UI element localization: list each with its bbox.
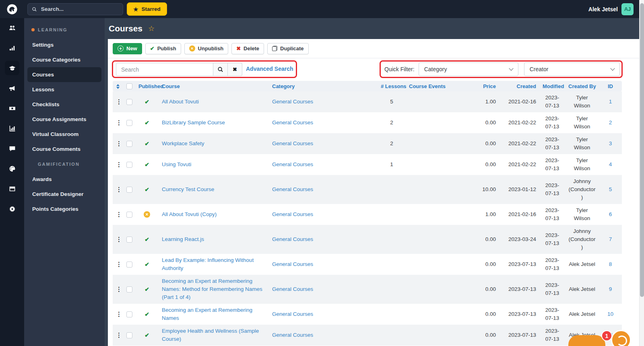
table-search-input[interactable] — [116, 63, 213, 76]
star-outline-icon[interactable]: ☆ — [148, 24, 155, 33]
category-link[interactable]: General Courses — [272, 186, 313, 192]
sidebar-item-settings[interactable]: Settings — [27, 37, 101, 52]
table-row[interactable]: ⋮ ✔ Currency Test Course General Courses… — [113, 175, 622, 204]
media-icon[interactable] — [5, 101, 19, 115]
course-link[interactable]: Lead By Example: Influencing Without Aut… — [162, 257, 254, 271]
theme-palette-icon[interactable] — [5, 161, 19, 176]
table-row[interactable]: ⋮ ✔ Becoming an Expert at Remembering Na… — [113, 304, 622, 325]
pages-window-icon[interactable] — [5, 181, 19, 196]
category-link[interactable]: General Courses — [272, 332, 313, 338]
sidebar-item-courses[interactable]: Courses — [27, 67, 101, 82]
user-name[interactable]: Alek Jetsel — [588, 6, 618, 12]
analytics-icon[interactable] — [5, 41, 19, 55]
people-icon[interactable] — [5, 21, 19, 35]
course-id-link[interactable]: 7 — [609, 236, 612, 242]
sort-icon[interactable] — [116, 84, 120, 89]
table-row[interactable]: ⋮ ✔ Employee Health and Wellness (Sample… — [113, 325, 622, 346]
category-link[interactable]: General Courses — [272, 286, 313, 292]
search-submit-button[interactable] — [213, 63, 228, 76]
course-link[interactable]: BizLibrary Sample Course — [162, 119, 225, 126]
course-link[interactable]: Workplace Safety — [162, 140, 204, 146]
course-link[interactable]: All About Tovuti (Copy) — [162, 211, 217, 217]
category-link[interactable]: General Courses — [272, 261, 313, 267]
search-clear-button[interactable]: ✖ — [228, 63, 242, 76]
row-actions-kebab-icon[interactable]: ⋮ — [116, 261, 122, 268]
row-checkbox[interactable] — [126, 212, 132, 218]
course-id-link[interactable]: 4 — [609, 161, 612, 167]
sidebar-item-awards[interactable]: Awards — [27, 172, 101, 187]
course-id-link[interactable]: 5 — [609, 186, 612, 192]
sidebar-item-virtual-classroom[interactable]: Virtual Classroom — [27, 127, 101, 142]
table-row[interactable]: ⋮ ✔ BizLibrary Sample Course General Cou… — [113, 112, 622, 133]
table-row[interactable]: ⋮ × All About Tovuti (Copy) General Cour… — [113, 204, 622, 225]
sidebar-item-lessons[interactable]: Lessons — [27, 82, 101, 97]
course-link[interactable]: Learning React.js — [162, 236, 204, 242]
course-link[interactable]: Employee Health and Wellness (Sample Cou… — [162, 328, 259, 342]
row-actions-kebab-icon[interactable]: ⋮ — [116, 186, 122, 193]
row-actions-kebab-icon[interactable]: ⋮ — [116, 161, 122, 168]
course-id-link[interactable]: 8 — [609, 261, 612, 267]
course-id-link[interactable]: 2 — [609, 119, 612, 126]
table-row[interactable]: ⋮ ✔ All About Tovuti General Courses 5 1… — [113, 91, 622, 112]
avatar[interactable]: AJ — [621, 3, 634, 15]
sidebar-item-points-categories[interactable]: Points Categories — [27, 202, 101, 216]
course-id-link[interactable]: 1 — [609, 99, 612, 105]
select-all-checkbox[interactable] — [126, 83, 132, 89]
global-search-input[interactable] — [40, 6, 119, 12]
column-id[interactable]: ID — [599, 81, 622, 91]
course-id-link[interactable]: 10 — [607, 311, 613, 317]
course-link[interactable]: Currency Test Course — [162, 186, 214, 192]
row-actions-kebab-icon[interactable]: ⋮ — [116, 311, 122, 317]
course-link[interactable]: All About Tovuti — [162, 99, 199, 105]
category-link[interactable]: General Courses — [272, 119, 313, 126]
table-row[interactable]: ⋮ ✔ Becoming an Expert at Remembering Na… — [113, 275, 622, 304]
course-link[interactable]: Becoming an Expert at Remembering Names:… — [162, 278, 262, 300]
course-link[interactable]: Becoming an Expert at Remembering Names — [162, 307, 252, 321]
starred-button[interactable]: ★ Starred — [127, 2, 167, 16]
sidebar-item-certificate-designer[interactable]: Certificate Designer — [27, 187, 101, 202]
category-link[interactable]: General Courses — [272, 140, 313, 146]
sidebar-item-course-categories[interactable]: Course Categories — [27, 52, 101, 67]
row-checkbox[interactable] — [126, 99, 132, 105]
course-id-link[interactable]: 6 — [609, 211, 612, 217]
row-actions-kebab-icon[interactable]: ⋮ — [116, 236, 122, 243]
delete-button[interactable]: ✖ Delete — [231, 43, 264, 54]
course-id-link[interactable]: 9 — [609, 286, 612, 292]
sidebar-item-checklists[interactable]: Checklists — [27, 97, 101, 112]
row-checkbox[interactable] — [126, 120, 132, 126]
comments-chat-icon[interactable] — [5, 141, 19, 156]
column-course[interactable]: Course — [159, 81, 269, 91]
reports-chart-icon[interactable] — [5, 121, 19, 136]
row-checkbox[interactable] — [126, 141, 132, 147]
row-actions-kebab-icon[interactable]: ⋮ — [116, 211, 122, 218]
course-link[interactable]: Using Tovuti — [162, 161, 191, 167]
category-link[interactable]: General Courses — [272, 311, 313, 317]
table-row[interactable]: ⋮ ✔ Learning React.js General Courses 0.… — [113, 225, 622, 254]
row-checkbox[interactable] — [126, 162, 132, 168]
row-checkbox[interactable] — [126, 187, 132, 193]
row-checkbox[interactable] — [126, 286, 132, 292]
category-link[interactable]: General Courses — [272, 161, 313, 167]
advanced-search-link[interactable]: Advanced Search — [246, 66, 293, 72]
unpublish-button[interactable]: × Unpublish — [184, 43, 229, 54]
column-category[interactable]: Category — [269, 81, 378, 91]
table-row[interactable]: ⋮ ✔ Lead By Example: Influencing Without… — [113, 254, 622, 275]
column-course-events[interactable]: Course Events — [406, 81, 459, 91]
help-widget-pill[interactable] — [568, 335, 605, 346]
row-actions-kebab-icon[interactable]: ⋮ — [116, 119, 122, 126]
publish-button[interactable]: ✔ Publish — [145, 43, 181, 54]
row-checkbox[interactable] — [126, 311, 132, 317]
row-checkbox[interactable] — [126, 262, 132, 268]
creator-filter-select[interactable]: Creator — [524, 62, 620, 76]
row-actions-kebab-icon[interactable]: ⋮ — [116, 140, 122, 147]
column-price[interactable]: Price — [459, 81, 499, 91]
course-id-link[interactable]: 3 — [609, 140, 612, 146]
column-lessons[interactable]: # Lessons — [378, 81, 406, 91]
category-link[interactable]: General Courses — [272, 99, 313, 105]
row-actions-kebab-icon[interactable]: ⋮ — [116, 286, 122, 292]
table-row[interactable]: ⋮ ✔ Using Tovuti General Courses 1 0.00 … — [113, 154, 622, 175]
category-link[interactable]: General Courses — [272, 236, 313, 242]
row-actions-kebab-icon[interactable]: ⋮ — [116, 332, 122, 338]
tovuti-logo-icon[interactable] — [6, 3, 19, 16]
column-published[interactable]: Published — [135, 81, 159, 91]
